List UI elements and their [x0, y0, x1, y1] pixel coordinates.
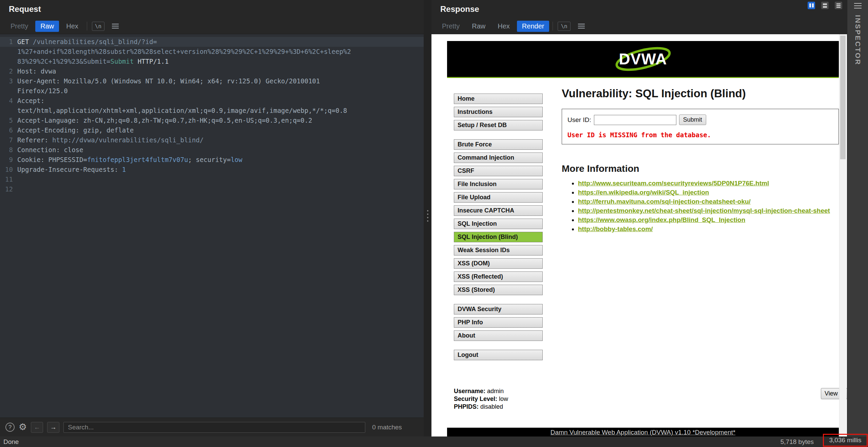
- menu-item-insecure-captcha[interactable]: Insecure CAPTCHA: [454, 205, 543, 216]
- dvwa-footer-banner-link[interactable]: Damn Vulnerable Web Application (DVWA) v…: [551, 429, 735, 436]
- status-message: Done: [3, 438, 19, 446]
- response-scrollbar[interactable]: [839, 34, 846, 436]
- response-tab-pretty[interactable]: Pretty: [437, 21, 465, 32]
- code-token: Host: dvwa: [17, 67, 56, 75]
- request-line-row[interactable]: 1%27+and+if%28length%28substr%28%28selec…: [0, 47, 424, 57]
- code-text: Connection: close: [17, 145, 83, 155]
- code-token: Referer:: [17, 136, 52, 144]
- response-time-highlight: 3,036 millis: [823, 434, 868, 447]
- code-text: 1%27+and+if%28length%28substr%28%28selec…: [17, 47, 351, 57]
- request-line-row[interactable]: text/html,application/xhtml+xml,applicat…: [0, 106, 424, 116]
- menu-item-setup-reset-db[interactable]: Setup / Reset DB: [454, 120, 543, 130]
- request-line-row[interactable]: 1GET /vulnerabilities/sqli_blind/?id=: [0, 37, 424, 47]
- menu-item-file-upload[interactable]: File Upload: [454, 192, 543, 203]
- user-id-form-row: User ID: Submit: [567, 115, 838, 125]
- menu-item-home[interactable]: Home: [454, 94, 543, 104]
- line-number: 11: [0, 175, 13, 184]
- menu-item-brute-force[interactable]: Brute Force: [454, 139, 543, 150]
- request-code-lines: 1GET /vulnerabilities/sqli_blind/?id=1%2…: [0, 37, 424, 194]
- code-token: 83%29%2C+1%29%23&Submit=: [17, 58, 111, 65]
- settings-gear-icon[interactable]: ⚙: [19, 423, 27, 432]
- code-text: Accept:: [17, 96, 44, 106]
- search-input[interactable]: [63, 422, 365, 433]
- info-link[interactable]: https://www.owasp.org/index.php/Blind_SQ…: [578, 216, 745, 223]
- newline-toggle-button[interactable]: \n: [92, 22, 104, 31]
- response-scrollbar-thumb[interactable]: [840, 36, 846, 159]
- menu-item-file-inclusion[interactable]: File Inclusion: [454, 179, 543, 189]
- help-icon[interactable]: ?: [5, 423, 15, 432]
- request-line-row[interactable]: 3User-Agent: Mozilla/5.0 (Windows NT 10.…: [0, 76, 424, 86]
- response-panel: Response PrettyRawHexRender \n DVWA: [431, 0, 847, 436]
- tabs-layout-icon[interactable]: [835, 2, 842, 9]
- request-editor[interactable]: 1GET /vulnerabilities/sqli_blind/?id=1%2…: [0, 34, 424, 418]
- editor-menu-icon[interactable]: [112, 26, 119, 26]
- menu-item-command-injection[interactable]: Command Injection: [454, 153, 543, 163]
- menu-item-xss-dom[interactable]: XSS (DOM): [454, 258, 543, 269]
- info-link[interactable]: http://ferruh.mavituna.com/sql-injection…: [578, 198, 751, 205]
- request-tab-raw[interactable]: Raw: [35, 21, 59, 32]
- request-panel: Request PrettyRawHex \n 1GET /vulnerabil…: [0, 0, 424, 436]
- request-line-row[interactable]: 12: [0, 184, 424, 194]
- request-tab-hex[interactable]: Hex: [61, 21, 83, 32]
- inspector-sidebar[interactable]: INSPECTOR: [847, 0, 868, 436]
- request-line-row[interactable]: 8Connection: close: [0, 145, 424, 155]
- session-info-line: PHPIDS: disabled: [454, 403, 508, 411]
- request-line-row[interactable]: Firefox/125.0: [0, 86, 424, 96]
- menu-item-csrf[interactable]: CSRF: [454, 166, 543, 176]
- line-number: 4: [0, 96, 13, 106]
- previous-match-button[interactable]: ←: [31, 422, 43, 433]
- response-tab-render[interactable]: Render: [517, 21, 549, 32]
- request-line-row[interactable]: 7Referer: http://dvwa/vulnerabilities/sq…: [0, 135, 424, 145]
- request-line-row[interactable]: 5Accept-Language: zh-CN,zh;q=0.8,zh-TW;q…: [0, 116, 424, 125]
- panel-divider[interactable]: [424, 0, 431, 436]
- request-line-row[interactable]: 2Host: dvwa: [0, 66, 424, 76]
- session-info-line: Security Level: low: [454, 395, 508, 403]
- menu-item-xss-reflected[interactable]: XSS (Reflected): [454, 271, 543, 282]
- layout-toggle-group: [808, 2, 842, 9]
- menu-item-logout[interactable]: Logout: [454, 350, 543, 360]
- menu-item-about[interactable]: About: [454, 330, 543, 341]
- menu-item-weak-session-ids[interactable]: Weak Session IDs: [454, 245, 543, 256]
- menu-item-xss-stored[interactable]: XSS (Stored): [454, 285, 543, 295]
- divider-grip-icon[interactable]: [427, 210, 428, 222]
- info-link[interactable]: http://pentestmonkey.net/cheat-sheet/sql…: [578, 207, 830, 214]
- rows-layout-icon[interactable]: [821, 2, 829, 9]
- request-tabs: PrettyRawHex: [5, 21, 83, 32]
- request-line-row[interactable]: 9Cookie: PHPSESSID=fnitofeppl3jert4fultm…: [0, 155, 424, 165]
- menu-item-php-info[interactable]: PHP Info: [454, 317, 543, 328]
- inspector-label: INSPECTOR: [854, 15, 862, 65]
- code-token: ; security=: [188, 156, 231, 163]
- request-line-row[interactable]: 6Accept-Encoding: gzip, deflate: [0, 125, 424, 135]
- editor-menu-icon[interactable]: [578, 26, 585, 26]
- dvwa-footer-banner: Damn Vulnerable Web Application (DVWA) v…: [447, 428, 839, 436]
- info-link[interactable]: https://en.wikipedia.org/wiki/SQL_inject…: [578, 189, 709, 196]
- menu-item-instructions[interactable]: Instructions: [454, 107, 543, 117]
- menu-item-sql-injection-blind[interactable]: SQL Injection (Blind): [454, 232, 543, 242]
- panels-row: Request PrettyRawHex \n 1GET /vulnerabil…: [0, 0, 847, 436]
- info-link[interactable]: http://www.securiteam.com/securityreview…: [578, 180, 769, 187]
- next-match-button[interactable]: →: [47, 422, 59, 433]
- code-token: fnitofeppl3jert4fultm7v07u: [87, 156, 188, 163]
- request-line-row[interactable]: 10Upgrade-Insecure-Requests: 1: [0, 165, 424, 175]
- request-tab-pretty[interactable]: Pretty: [5, 21, 33, 32]
- request-line-row[interactable]: 4Accept:: [0, 96, 424, 106]
- submit-button[interactable]: Submit: [679, 115, 706, 125]
- menu-group: HomeInstructionsSetup / Reset DB: [454, 94, 549, 130]
- menu-item-dvwa-security[interactable]: DVWA Security: [454, 304, 543, 314]
- request-line-row[interactable]: 83%29%2C+1%29%23&Submit=Submit HTTP/1.1: [0, 57, 424, 66]
- request-title: Request: [9, 4, 41, 14]
- columns-layout-icon[interactable]: [808, 2, 815, 9]
- line-number: [0, 47, 13, 57]
- session-info-label: Security Level:: [454, 395, 497, 402]
- info-link[interactable]: http://bobby-tables.com/: [578, 225, 653, 232]
- response-tab-hex[interactable]: Hex: [493, 21, 515, 32]
- code-token: User-Agent: Mozilla/5.0 (Windows NT 10.0…: [17, 77, 320, 85]
- user-id-input[interactable]: [594, 115, 676, 125]
- inspector-menu-icon[interactable]: [854, 5, 862, 6]
- status-millis: 3,036 millis: [829, 436, 861, 444]
- code-text: User-Agent: Mozilla/5.0 (Windows NT 10.0…: [17, 76, 320, 86]
- menu-item-sql-injection[interactable]: SQL Injection: [454, 219, 543, 229]
- request-line-row[interactable]: 11: [0, 175, 424, 184]
- newline-toggle-button[interactable]: \n: [558, 22, 570, 31]
- response-tab-raw[interactable]: Raw: [467, 21, 490, 32]
